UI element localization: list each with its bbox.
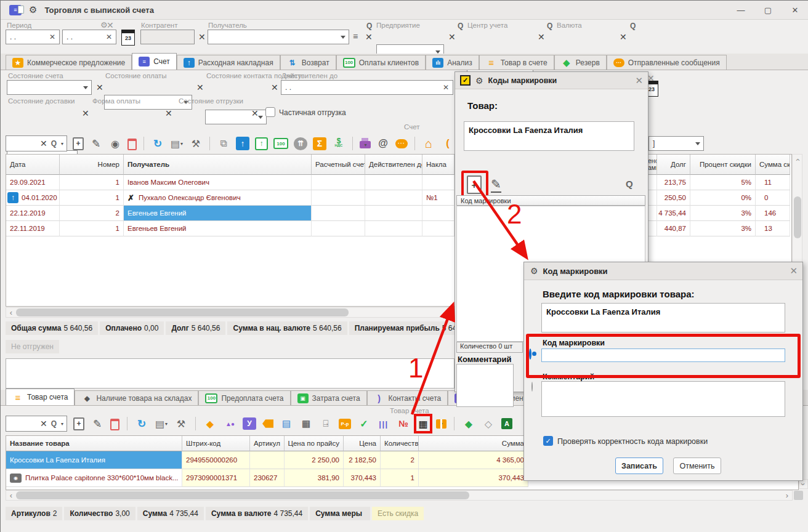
add-code-icon[interactable]: +	[467, 175, 482, 194]
refresh-icon[interactable]: ↻	[151, 136, 164, 151]
validate-checkbox[interactable]: ✓	[543, 436, 553, 446]
tab-Затрата счета[interactable]: ▣Затрата счета	[291, 390, 367, 405]
selected-cell[interactable]: Евгеньев Евгений	[124, 206, 312, 221]
edit-code-icon[interactable]: ✎	[491, 177, 501, 193]
marking-code-icon[interactable]: ▦	[416, 416, 430, 431]
refresh-icon[interactable]: ↻	[135, 416, 148, 431]
table-row[interactable]: ◉Плитка Palace capitonne 330*600*10мм bl…	[6, 469, 182, 487]
column-header[interactable]: Цена по прайсу	[285, 436, 344, 451]
gear-icon[interactable]: ⚙	[530, 266, 538, 276]
column-header[interactable]: Артикул	[250, 436, 285, 451]
tab-Отправленные сообщения[interactable]: ···Отправленные сообщения	[607, 55, 727, 70]
clear-icon[interactable]: ✕	[196, 83, 204, 92]
partial-combo[interactable]: ]	[648, 136, 704, 151]
scroll-left-icon[interactable]: ‹	[6, 308, 16, 317]
notes-panel[interactable]	[6, 358, 454, 389]
calculator-icon[interactable]: ▦	[299, 416, 313, 431]
column-header[interactable]: Получатель	[124, 155, 312, 175]
print-icon[interactable]: ▾	[360, 141, 371, 148]
tab-Резерв[interactable]: ◆Резерв	[554, 55, 607, 70]
column-header[interactable]: Процент скидки	[690, 155, 756, 175]
chevron-down-icon[interactable]: ▾	[165, 421, 168, 427]
price-icon[interactable]: P-p	[339, 419, 351, 429]
code-list-header[interactable]: Код маркировки	[456, 195, 645, 206]
scroll-thumb[interactable]	[794, 196, 801, 238]
gear-icon[interactable]: ⚙	[475, 76, 483, 86]
tab-Коммерческое предложение[interactable]: ★Коммерческое предложение	[6, 55, 132, 70]
minimize-button[interactable]: —	[727, 1, 754, 19]
clear-icon[interactable]: ✕	[165, 108, 172, 118]
gear-icon[interactable]: ⚙	[29, 4, 37, 15]
receiver-clear-icon[interactable]: ✕	[365, 32, 373, 42]
tab-Предоплата счета[interactable]: 100Предоплата счета	[198, 390, 290, 405]
barcode-icon[interactable]: |||	[377, 416, 390, 431]
close-icon[interactable]: ✕	[635, 75, 643, 86]
contragent-clear-icon[interactable]: ✕	[198, 32, 206, 42]
contragent-input[interactable]	[140, 30, 195, 44]
clear-icon[interactable]: ✕	[82, 108, 89, 118]
clear-icon[interactable]: ✕	[49, 33, 55, 41]
period-from-input[interactable]: . .✕	[6, 30, 60, 44]
list-check-icon[interactable]: ▤	[280, 416, 293, 431]
clear-icon[interactable]: ✕	[40, 139, 47, 148]
code-input[interactable]	[541, 349, 785, 362]
period-to-input[interactable]: . .✕	[62, 30, 116, 44]
enterprise-clear-icon[interactable]: ✕	[448, 32, 456, 42]
chevron-down-icon[interactable]: ▾	[61, 141, 63, 147]
receiver-list-icon[interactable]: ≡	[353, 31, 358, 41]
period-clear-icon[interactable]: ✕	[107, 20, 114, 30]
close-button[interactable]: ✕	[782, 1, 808, 19]
gift-icon[interactable]: ▾	[436, 419, 446, 429]
column-header[interactable]: Расчетный счет	[312, 155, 365, 175]
column-header[interactable]: Номер	[60, 155, 124, 175]
tab-Оплаты клиентов[interactable]: 100Оплаты клиентов	[336, 55, 426, 70]
calendar-icon[interactable]: 23	[121, 30, 135, 46]
cancel-button[interactable]: Отменить	[673, 457, 721, 474]
scroll-corner[interactable]	[794, 491, 803, 500]
column-header[interactable]: Долг	[657, 155, 690, 175]
packaging-icon[interactable]: У	[243, 417, 256, 430]
copy-icon[interactable]: ⧉	[217, 136, 230, 151]
view-icon[interactable]: ◉	[108, 136, 122, 151]
chevron-down-icon[interactable]: ▾	[61, 421, 63, 427]
edit-icon[interactable]: ✎	[91, 416, 104, 431]
maximize-button[interactable]: ▢	[754, 1, 782, 19]
code-radio[interactable]	[529, 349, 531, 360]
scroll-up-icon[interactable]: ›	[793, 155, 802, 164]
chevron-down-icon[interactable]: ▾	[364, 142, 366, 148]
partial-shipment-checkbox[interactable]	[265, 107, 275, 117]
delete-icon[interactable]	[127, 139, 137, 150]
account-state-combo[interactable]	[7, 80, 92, 95]
tag-icon[interactable]	[262, 419, 273, 429]
waybill-icon[interactable]: ↑	[236, 137, 249, 150]
column-header[interactable]: Действителен до	[365, 155, 422, 175]
clear-icon[interactable]: ✕	[96, 83, 103, 92]
table-row[interactable]: ↑04.01.2020	[6, 190, 60, 206]
close-icon[interactable]: ✕	[790, 265, 798, 276]
clear-icon[interactable]: ✕	[40, 419, 47, 429]
comment-box[interactable]	[541, 381, 785, 417]
column-header[interactable]: Штрих-код	[182, 436, 250, 451]
column-header[interactable]: Название товара	[6, 436, 182, 451]
add-document-icon[interactable]: +	[73, 137, 84, 150]
client-payment-icon[interactable]: 100	[273, 138, 288, 149]
clear-icon[interactable]: ✕	[443, 83, 449, 92]
wrench-icon[interactable]: ⚒	[189, 136, 203, 151]
sum-icon[interactable]: Σ	[313, 137, 326, 150]
edit-icon[interactable]: ✎	[89, 136, 103, 151]
search-icon[interactable]: Q	[626, 179, 633, 189]
clear-icon[interactable]: ✕	[106, 33, 112, 41]
delete-icon[interactable]	[110, 419, 119, 430]
number-icon[interactable]: №	[397, 416, 410, 431]
column-header[interactable]: Дата	[6, 155, 60, 175]
table-row[interactable]: 29.09.2021	[6, 175, 60, 190]
tab-Товар счета[interactable]: ≡Товар счета	[6, 389, 75, 405]
clipboard-icon[interactable]: ▤▾	[155, 416, 168, 431]
tab-Анализ[interactable]: ılıАнализ	[426, 55, 479, 70]
receipt-icon[interactable]: ↑	[255, 137, 268, 150]
confirm-icon[interactable]: ✓	[357, 416, 371, 431]
tab-Наличие товара на складах[interactable]: ◆Наличие товара на складах	[75, 390, 198, 405]
add-document-icon[interactable]: +	[73, 417, 84, 430]
scroll-left-icon[interactable]: ‹	[6, 491, 16, 500]
product-hscrollbar[interactable]: ‹ ›	[6, 490, 793, 501]
